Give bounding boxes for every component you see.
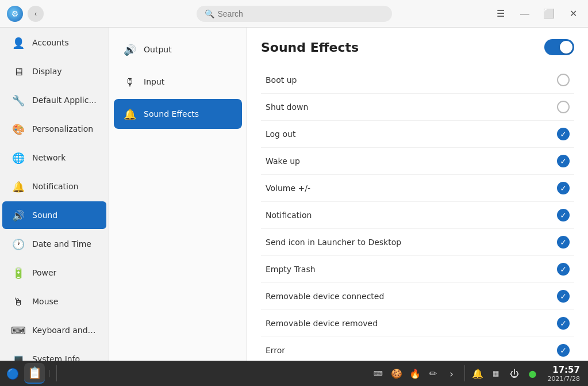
tray-more[interactable]: › — [444, 365, 460, 381]
sound-list-item[interactable]: Notification ✓ — [261, 202, 574, 229]
start-button[interactable]: 🔵 — [3, 364, 22, 383]
sidebar-label-sysinfo: System Info — [32, 354, 80, 361]
clock-date: 2021/7/28 — [548, 375, 580, 383]
sound-list-item[interactable]: Boot up — [261, 67, 574, 94]
sound-list-item[interactable]: Log out ✓ — [261, 121, 574, 148]
sidebar-label-datetime: Date and Time — [32, 239, 91, 249]
sidebar-label-default-apps: Default Applic... — [32, 95, 97, 105]
minimize-button[interactable]: — — [517, 6, 533, 22]
sidebar-icon-keyboard: ⌨ — [11, 323, 25, 337]
taskbar-separator: | — [47, 369, 52, 377]
sidebar-item-personalization[interactable]: 🎨 Personalization — [2, 115, 106, 143]
sidebar-icon-sound: 🔊 — [11, 208, 25, 222]
back-button[interactable]: ‹ — [28, 6, 44, 22]
tray-bell[interactable]: 🔔 — [470, 365, 486, 381]
sound-list-item[interactable]: Error ✓ — [261, 337, 574, 361]
content-area: Sound Effects Boot up Shut down Log out … — [247, 28, 588, 361]
tray-cookie[interactable]: 🍪 — [389, 365, 405, 381]
sidebar-item-mouse[interactable]: 🖱 Mouse — [2, 288, 106, 315]
sound-list-item[interactable]: Wake up ✓ — [261, 148, 574, 175]
sound-item-label: Wake up — [266, 156, 300, 166]
sidebar-item-network[interactable]: 🌐 Network — [2, 144, 106, 171]
clock-time: 17:57 — [548, 365, 580, 375]
sound-list-item[interactable]: Removable device connected ✓ — [261, 283, 574, 310]
sidebar-item-accounts[interactable]: 👤 Accounts — [2, 29, 106, 56]
panel-label-output: Output — [144, 45, 172, 54]
tray-pen[interactable]: ✏ — [425, 365, 441, 381]
sidebar-item-sysinfo[interactable]: 💻 System Info — [2, 345, 106, 361]
panel-icon-input: 🎙 — [122, 74, 138, 90]
sidebar-label-keyboard: Keyboard and ... — [32, 326, 97, 335]
sidebar-label-personalization: Personalization — [32, 124, 93, 133]
taskbar-app-settings[interactable]: 📋 — [24, 363, 45, 384]
sidebar-icon-mouse: 🖱 — [11, 295, 25, 308]
sidebar-icon-notification: 🔔 — [11, 179, 25, 193]
sidebar: 👤 Accounts 🖥 Display 🔧 Default Applic...… — [0, 28, 109, 361]
sound-item-label: Error — [266, 346, 285, 355]
taskbar-divider — [56, 365, 57, 381]
sound-list-item[interactable]: Removable device removed ✓ — [261, 310, 574, 337]
sidebar-icon-default-apps: 🔧 — [11, 93, 25, 107]
sidebar-label-network: Network — [32, 153, 66, 162]
tray-keyboard[interactable]: ⌨ — [370, 365, 386, 381]
sound-list-item[interactable]: Empty Trash ✓ — [261, 256, 574, 283]
sidebar-item-keyboard[interactable]: ⌨ Keyboard and ... — [2, 316, 106, 344]
sound-item-check: ✓ — [557, 182, 570, 194]
tray-kbd2[interactable]: ▦ — [488, 365, 504, 381]
sidebar-item-default-apps[interactable]: 🔧 Default Applic... — [2, 86, 106, 114]
sound-item-check: ✓ — [557, 128, 570, 140]
panel-label-input: Input — [144, 77, 164, 86]
main-area: 👤 Accounts 🖥 Display 🔧 Default Applic...… — [0, 28, 588, 361]
sidebar-label-accounts: Accounts — [32, 38, 69, 47]
panel-icon-output: 🔊 — [122, 41, 138, 58]
sidebar-icon-accounts: 👤 — [11, 36, 25, 49]
sound-item-label: Send icon in Launcher to Desktop — [266, 238, 401, 247]
sound-list-item[interactable]: Send icon in Launcher to Desktop ✓ — [261, 229, 574, 256]
taskbar: 🔵 📋 | ⌨ 🍪 🔥 ✏ › 🔔 ▦ ⏻ ● 17:57 2021/7/28 — [0, 361, 588, 386]
sidebar-item-sound[interactable]: 🔊 Sound — [2, 201, 106, 229]
sound-item-check: ✓ — [557, 263, 570, 276]
page-title: Sound Effects — [261, 40, 359, 55]
sidebar-item-notification[interactable]: 🔔 Notification — [2, 173, 106, 200]
sound-item-label: Shut down — [266, 102, 308, 112]
sidebar-label-power: Power — [32, 268, 56, 277]
panel-item-sound-effects[interactable]: 🔔 Sound Effects — [114, 99, 242, 129]
panel-item-output[interactable]: 🔊 Output — [114, 35, 242, 64]
sidebar-item-datetime[interactable]: 🕐 Date and Time — [2, 230, 106, 258]
close-button[interactable]: ✕ — [565, 6, 581, 22]
sidebar-icon-display: 🖥 — [11, 64, 25, 78]
toggle-knob — [560, 41, 572, 53]
sidebar-label-mouse: Mouse — [32, 297, 58, 306]
sidebar-label-sound: Sound — [32, 211, 57, 220]
sidebar-item-display[interactable]: 🖥 Display — [2, 58, 106, 85]
sidebar-icon-personalization: 🎨 — [11, 122, 25, 136]
sidebar-icon-sysinfo: 💻 — [11, 352, 25, 361]
sound-list-item[interactable]: Shut down — [261, 94, 574, 121]
panel-label-sound-effects: Sound Effects — [144, 109, 199, 119]
menu-button[interactable]: ☰ — [493, 6, 509, 22]
sound-item-label: Notification — [266, 211, 312, 220]
maximize-button[interactable]: ⬜ — [541, 6, 557, 22]
sidebar-item-power[interactable]: 🔋 Power — [2, 259, 106, 286]
sound-list-item[interactable]: Volume +/- ✓ — [261, 175, 574, 202]
sound-item-check: ✓ — [557, 344, 570, 357]
sound-effects-list: Boot up Shut down Log out ✓ Wake up ✓ Vo… — [261, 67, 574, 361]
sound-item-check — [557, 101, 570, 113]
sound-item-check: ✓ — [557, 155, 570, 167]
panel-item-input[interactable]: 🎙 Input — [114, 67, 242, 97]
tray-divider — [464, 365, 465, 381]
tray-status[interactable]: ● — [525, 365, 541, 381]
tray-power[interactable]: ⏻ — [506, 365, 522, 381]
sound-item-check: ✓ — [557, 290, 570, 303]
sound-panel: 🔊 Output 🎙 Input 🔔 Sound Effects — [109, 28, 247, 361]
search-input[interactable] — [218, 9, 384, 18]
taskbar-clock[interactable]: 17:57 2021/7/28 — [543, 365, 585, 383]
search-bar-container: 🔍 — [122, 6, 466, 22]
sound-item-label: Boot up — [266, 75, 297, 85]
sound-effects-toggle[interactable] — [544, 39, 574, 55]
search-wrap[interactable]: 🔍 — [197, 6, 392, 22]
tray-fire[interactable]: 🔥 — [407, 365, 423, 381]
sound-item-label: Volume +/- — [266, 184, 310, 193]
titlebar: ⚙ ‹ 🔍 ☰ — ⬜ ✕ — [0, 0, 588, 28]
sound-item-check — [557, 74, 570, 86]
